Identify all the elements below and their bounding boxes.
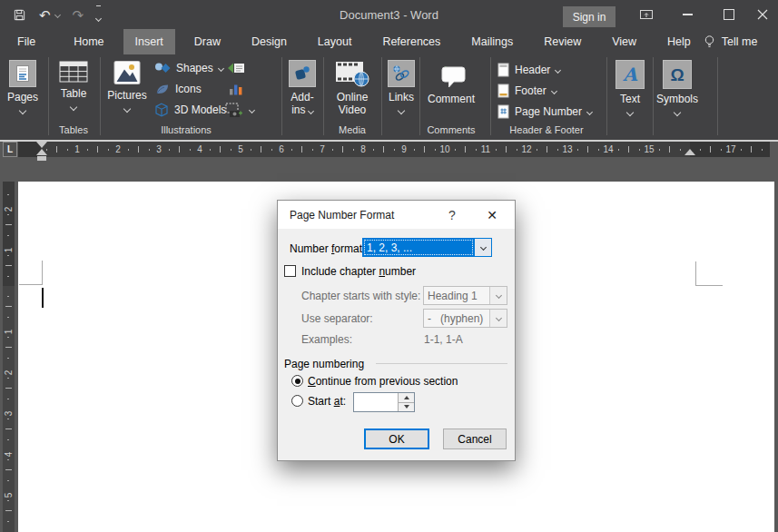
ruler-tick bbox=[149, 149, 150, 151]
dialog-help-button[interactable]: ? bbox=[438, 201, 466, 229]
tab-mailings[interactable]: Mailings bbox=[459, 29, 525, 54]
start-at-radio[interactable] bbox=[291, 395, 303, 407]
continue-radio[interactable] bbox=[291, 375, 303, 387]
save-button[interactable] bbox=[13, 8, 26, 22]
ruler-tick bbox=[5, 510, 12, 511]
ruler-tick bbox=[67, 149, 68, 151]
ruler-tick bbox=[618, 149, 619, 151]
maximize-button[interactable] bbox=[714, 0, 744, 29]
dialog-title: Page Number Format bbox=[278, 209, 394, 222]
tab-file[interactable]: File bbox=[5, 29, 47, 54]
table-label: Table bbox=[61, 87, 87, 100]
redo-button[interactable]: ↷ bbox=[73, 8, 84, 22]
number-format-combobox[interactable]: 1, 2, 3, ... bbox=[362, 238, 492, 257]
tab-review[interactable]: Review bbox=[532, 29, 593, 54]
horizontal-ruler[interactable]: 12345678910111213141517 bbox=[18, 142, 770, 157]
chevron-down-icon bbox=[308, 108, 314, 114]
left-indent-marker[interactable] bbox=[37, 156, 46, 161]
continue-radio-label[interactable]: Continue from previous section bbox=[308, 375, 458, 388]
right-indent-marker[interactable] bbox=[684, 149, 695, 155]
minimize-button[interactable] bbox=[672, 0, 703, 29]
smartart-button[interactable] bbox=[227, 60, 245, 76]
sign-in-button[interactable]: Sign in bbox=[563, 6, 616, 27]
ruler-number: 6 bbox=[272, 144, 291, 154]
undo-icon: ↶ bbox=[39, 8, 51, 22]
ruler-number: 15 bbox=[640, 144, 658, 154]
ruler-tick bbox=[7, 358, 9, 359]
tab-insert[interactable]: Insert bbox=[123, 29, 175, 54]
tab-help[interactable]: Help bbox=[655, 29, 703, 54]
tab-references[interactable]: References bbox=[370, 29, 452, 54]
combobox-arrow-button[interactable] bbox=[474, 239, 491, 256]
footer-button[interactable]: Footer bbox=[497, 83, 556, 99]
text-button[interactable]: A Text bbox=[609, 57, 651, 135]
ruler-tick bbox=[210, 149, 211, 151]
spinner-down-button[interactable] bbox=[399, 402, 414, 412]
include-chapter-number-label[interactable]: Include chapter number bbox=[301, 265, 416, 278]
tab-stop-selector[interactable]: L bbox=[3, 142, 17, 157]
hanging-indent-marker[interactable] bbox=[36, 149, 47, 155]
pages-button[interactable]: Pages bbox=[2, 57, 44, 135]
spinner-up-button[interactable] bbox=[399, 393, 414, 402]
start-at-spinner[interactable] bbox=[353, 392, 415, 412]
text-boundary-mark bbox=[19, 284, 43, 285]
group-label-tables: Tables bbox=[51, 124, 96, 135]
chart-button[interactable] bbox=[228, 81, 244, 97]
ok-button[interactable]: OK bbox=[364, 429, 429, 449]
links-icon bbox=[388, 60, 415, 87]
tab-layout[interactable]: Layout bbox=[306, 29, 364, 54]
ruler-number: 2 bbox=[4, 204, 14, 214]
start-at-radio-label[interactable]: Start at: bbox=[308, 395, 346, 408]
tab-design[interactable]: Design bbox=[240, 29, 299, 54]
chapter-style-label: Chapter starts with style: bbox=[301, 290, 420, 302]
tab-view[interactable]: View bbox=[600, 29, 648, 54]
chevron-down-icon bbox=[495, 292, 501, 299]
links-button[interactable]: Links bbox=[383, 57, 419, 135]
tab-draw[interactable]: Draw bbox=[182, 29, 232, 54]
tab-home[interactable]: Home bbox=[62, 29, 115, 54]
3d-models-icon bbox=[154, 103, 169, 117]
page-number-button[interactable]: Page Number bbox=[497, 103, 592, 120]
cancel-button[interactable]: Cancel bbox=[443, 429, 507, 449]
screenshot-button[interactable] bbox=[225, 102, 254, 118]
group-label-illustrations: Illustrations bbox=[104, 124, 268, 135]
undo-button[interactable]: ↶ bbox=[39, 8, 60, 22]
shapes-button[interactable]: Shapes bbox=[154, 60, 223, 76]
tell-me-button[interactable]: Tell me bbox=[703, 34, 758, 49]
ruler-tick bbox=[7, 399, 9, 399]
ruler-tick bbox=[424, 146, 425, 153]
icons-button[interactable]: Icons bbox=[154, 81, 202, 97]
quick-access-toolbar: ↶ ↷ bbox=[13, 0, 101, 29]
footer-label: Footer bbox=[515, 84, 547, 97]
chapter-style-value: Heading 1 bbox=[424, 287, 489, 304]
word-window: ↶ ↷ Document3 - Word Sign in bbox=[0, 0, 778, 532]
ruler-tick bbox=[537, 149, 537, 151]
ruler-number: 17 bbox=[722, 144, 740, 154]
ruler-tick bbox=[517, 149, 517, 151]
header-button[interactable]: Header bbox=[497, 62, 560, 78]
include-chapter-number-checkbox[interactable] bbox=[284, 265, 296, 277]
close-button[interactable] bbox=[747, 0, 778, 29]
ruler-tick bbox=[271, 149, 272, 151]
ruler-tick bbox=[628, 146, 629, 153]
shapes-icon bbox=[154, 62, 171, 74]
chevron-down-icon bbox=[54, 11, 61, 17]
3d-models-button[interactable]: 3D Models bbox=[154, 102, 226, 118]
footer-icon bbox=[497, 84, 509, 98]
first-line-indent-marker[interactable] bbox=[36, 142, 47, 148]
add-ins-label-2: ins bbox=[291, 103, 313, 116]
ruler-tick bbox=[342, 146, 343, 153]
symbols-button[interactable]: Ω Symbols bbox=[655, 57, 700, 135]
examples-value: 1-1, 1-A bbox=[424, 333, 463, 346]
page-number-format-dialog: Page Number Format ? ✕ Number format: 1,… bbox=[277, 200, 516, 461]
customize-qat-button[interactable] bbox=[96, 5, 101, 25]
add-ins-button[interactable]: Add- ins bbox=[283, 57, 321, 135]
ruler-tick bbox=[394, 149, 395, 151]
dialog-close-button[interactable]: ✕ bbox=[475, 201, 509, 229]
vertical-ruler[interactable]: 2112345 bbox=[3, 182, 15, 532]
ribbon-display-options-button[interactable] bbox=[631, 0, 662, 29]
page-number-label: Page Number bbox=[515, 105, 582, 118]
start-at-input[interactable] bbox=[354, 393, 398, 411]
ruler-number: 4 bbox=[191, 144, 209, 154]
ruler-tick bbox=[414, 149, 415, 151]
